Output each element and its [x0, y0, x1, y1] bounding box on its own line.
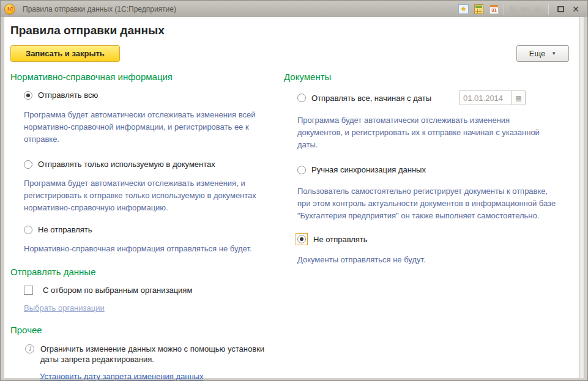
section-header-send-data: Отправлять данные [10, 267, 284, 277]
titlebar-separator [504, 4, 504, 15]
radio-nsi-send-used-only[interactable]: Отправлять только используемую в докумен… [24, 160, 284, 169]
form-columns: Нормативно-справочная информация Отправл… [4, 72, 580, 381]
titlebar: 1С Правила отправки данных (1С:Предприят… [1, 1, 587, 17]
maximize-icon [557, 6, 564, 12]
close-button[interactable]: ✕ [569, 3, 582, 15]
checkbox[interactable] [24, 286, 33, 295]
titlebar-separator [548, 4, 549, 15]
select-organizations-link[interactable]: Выбрать организации [24, 303, 105, 313]
section-header-documents: Документы [284, 72, 568, 82]
window-title: Правила отправки данных (1С:Предприятие) [23, 5, 455, 13]
radio-docs-send-all-from-date[interactable]: Отправлять все, начиная с даты ▦ [297, 91, 568, 105]
set-restriction-date-link[interactable]: Установить дату запрета изменения данных [40, 372, 203, 381]
description-docs-send-from-date: Программа будет автоматически отслеживат… [297, 114, 568, 151]
more-button-label: Еще [529, 49, 545, 58]
info-icon: i [25, 344, 34, 353]
description-docs-manual-sync: Пользователь самостоятельно регистрирует… [297, 185, 568, 222]
maximize-button[interactable] [554, 3, 567, 15]
calculator-icon [474, 4, 483, 14]
radio-nsi-do-not-send[interactable]: Не отправлять [24, 225, 284, 234]
calculator-button[interactable] [472, 3, 485, 15]
radio-button[interactable] [297, 166, 306, 174]
save-and-close-button[interactable]: Записать и закрыть [10, 45, 120, 62]
calendar-icon: 31 [489, 4, 499, 14]
info-text: Ограничить изменение данных можно с помо… [40, 344, 284, 364]
memory-add-button[interactable]: M+ [518, 6, 533, 13]
1c-logo-icon: 1С [4, 4, 15, 15]
date-picker-button[interactable]: ▦ [512, 91, 526, 105]
checkbox-filter-by-organizations[interactable]: С отбором по выбранным организациям [24, 286, 284, 295]
star-icon: ★ [458, 4, 469, 14]
favorites-button[interactable]: ★ [456, 3, 470, 15]
radio-button-selected[interactable] [24, 91, 32, 100]
info-row: i Ограничить изменение данных можно с по… [25, 344, 284, 364]
description-nsi-send-used-only: Программа будет автоматически отслеживат… [24, 177, 284, 214]
page-title: Правила отправки данных [10, 24, 580, 37]
start-date-input[interactable] [459, 91, 512, 105]
form-content: Правила отправки данных Записать и закры… [4, 17, 580, 378]
description-nsi-send-all: Программа будет автоматически отслеживат… [24, 109, 284, 146]
close-icon: ✕ [572, 5, 579, 13]
focus-ring [296, 233, 308, 245]
chevron-down-icon: ▼ [551, 51, 556, 56]
right-column: Документы Отправлять все, начиная с даты… [284, 72, 580, 381]
scrollbar-track [579, 17, 584, 378]
more-button[interactable]: Еще ▼ [516, 45, 569, 62]
memory-recall-button[interactable]: M [507, 6, 518, 13]
radio-button[interactable] [24, 226, 32, 234]
section-header-nsi: Нормативно-справочная информация [10, 72, 284, 82]
memory-subtract-button[interactable]: M- [532, 6, 545, 13]
radio-button[interactable] [297, 94, 306, 102]
radio-button[interactable] [24, 160, 32, 169]
radio-button-selected-focused[interactable] [297, 235, 306, 243]
radio-docs-do-not-send[interactable]: Не отправлять [296, 233, 568, 245]
radio-docs-manual-sync[interactable]: Ручная синхронизация данных [297, 165, 568, 174]
date-field-group: ▦ [459, 91, 526, 105]
app-window: 1С Правила отправки данных (1С:Предприят… [0, 0, 588, 381]
radio-nsi-send-all[interactable]: Отправлять всю [24, 91, 284, 100]
command-bar: Записать и закрыть Еще ▼ [10, 45, 574, 62]
calendar-grid-icon: ▦ [515, 94, 521, 102]
section-header-other: Прочее [10, 325, 284, 335]
calendar-button[interactable]: 31 [487, 3, 501, 15]
left-column: Нормативно-справочная информация Отправл… [4, 72, 284, 381]
description-docs-do-not-send: Документы отправляться не будут. [297, 254, 568, 266]
description-nsi-do-not-send: Нормативно-справочная информация отправл… [24, 243, 284, 255]
